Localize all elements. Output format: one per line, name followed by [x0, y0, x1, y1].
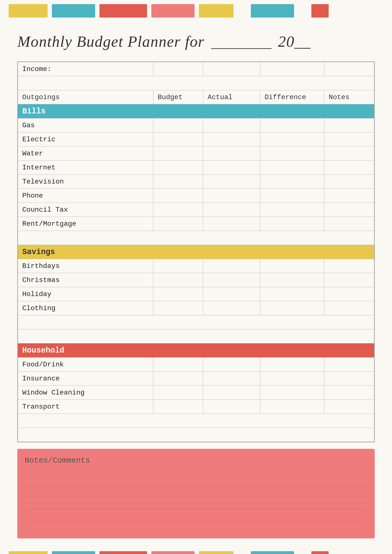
- color-bar-2: [52, 4, 95, 18]
- color-bar-4: [151, 4, 195, 18]
- color-bar-1: [9, 4, 48, 18]
- table-row: Internet: [18, 161, 374, 175]
- bottom-color-bar-4: [151, 551, 195, 554]
- notes-container: Notes/Comments: [17, 449, 375, 539]
- item-christmas: Christmas: [18, 273, 153, 287]
- table-row: Transport: [18, 400, 374, 414]
- col-header-notes: Notes: [324, 90, 374, 104]
- color-bar-3: [99, 4, 147, 18]
- color-bar-7: [311, 4, 329, 18]
- income-actual: [203, 62, 260, 76]
- income-budget: [153, 62, 203, 76]
- col-header-outgoings: Outgoings: [18, 90, 153, 104]
- main-table-container: Income: Outgoings Budget Actual Differen…: [17, 61, 375, 442]
- empty-row-1: [18, 76, 374, 90]
- table-row: Phone: [18, 189, 374, 203]
- item-electric: Electric: [18, 132, 153, 146]
- item-internet: Internet: [18, 161, 153, 175]
- bottom-color-bar-7: [311, 551, 329, 554]
- item-rent-mortgage: Rent/Mortgage: [18, 217, 153, 231]
- color-bars-top: [0, 0, 392, 22]
- notes-line-5: [25, 521, 367, 533]
- bottom-color-bar-6: [251, 551, 294, 554]
- item-window-cleaning: Window Cleaning: [18, 386, 153, 400]
- item-birthdays: Birthdays: [18, 259, 153, 273]
- income-notes: [324, 62, 374, 76]
- table-row: Gas: [18, 118, 374, 132]
- col-header-budget: Budget: [153, 90, 203, 104]
- bills-label: Bills: [18, 104, 374, 118]
- item-phone: Phone: [18, 189, 153, 203]
- item-insurance: Insurance: [18, 372, 153, 386]
- page-container: Monthly Budget Planner for 20__ Income: …: [0, 0, 392, 554]
- bottom-color-bar-1: [9, 551, 48, 554]
- item-water: Water: [18, 146, 153, 161]
- item-food-drink: Food/Drink: [18, 358, 153, 372]
- notes-line-1: [25, 474, 367, 486]
- table-row: Rent/Mortgage: [18, 217, 374, 231]
- page-title: Monthly Budget Planner for 20__: [17, 30, 375, 51]
- empty-row-3: [18, 315, 374, 329]
- table-row: Insurance: [18, 372, 374, 386]
- table-row: Water: [18, 146, 374, 161]
- notes-line-2: [25, 486, 367, 497]
- table-row: Window Cleaning: [18, 386, 374, 400]
- notes-line-3: [25, 497, 367, 509]
- table-row: Television: [18, 175, 374, 189]
- income-difference: [260, 62, 324, 76]
- table-row: Electric: [18, 132, 374, 146]
- savings-label: Savings: [18, 245, 374, 259]
- color-bar-6: [251, 4, 294, 18]
- color-bar-5: [199, 4, 233, 18]
- budget-table: Income: Outgoings Budget Actual Differen…: [18, 62, 374, 442]
- household-label: Household: [18, 343, 374, 358]
- table-row: Holiday: [18, 287, 374, 301]
- title-section: Monthly Budget Planner for 20__: [0, 22, 392, 57]
- savings-section-header: Savings: [18, 245, 374, 259]
- income-row: Income:: [18, 62, 374, 76]
- color-bars-bottom: [0, 547, 392, 554]
- table-row: Council Tax: [18, 203, 374, 217]
- table-row: Clothing: [18, 301, 374, 315]
- empty-row-4: [18, 329, 374, 343]
- item-clothing: Clothing: [18, 301, 153, 315]
- household-section-header: Household: [18, 343, 374, 358]
- item-transport: Transport: [18, 400, 153, 414]
- empty-row-5: [18, 414, 374, 428]
- bills-section-header: Bills: [18, 104, 374, 118]
- col-header-difference: Difference: [260, 90, 324, 104]
- bottom-color-bar-5: [199, 551, 233, 554]
- table-row: Food/Drink: [18, 358, 374, 372]
- item-gas: Gas: [18, 118, 153, 132]
- item-television: Television: [18, 175, 153, 189]
- income-label: Income:: [18, 62, 153, 76]
- empty-row-6: [18, 428, 374, 442]
- table-row: Christmas: [18, 273, 374, 287]
- title-name-line: [211, 30, 272, 49]
- column-header-row: Outgoings Budget Actual Difference Notes: [18, 90, 374, 104]
- empty-row-2: [18, 231, 374, 245]
- notes-title: Notes/Comments: [22, 454, 370, 469]
- col-header-actual: Actual: [203, 90, 260, 104]
- notes-line-4: [25, 509, 367, 521]
- notes-lines: [22, 474, 370, 533]
- item-council-tax: Council Tax: [18, 203, 153, 217]
- table-row: Birthdays: [18, 259, 374, 273]
- bottom-color-bar-3: [99, 551, 147, 554]
- bottom-color-bar-2: [52, 551, 95, 554]
- item-holiday: Holiday: [18, 287, 153, 301]
